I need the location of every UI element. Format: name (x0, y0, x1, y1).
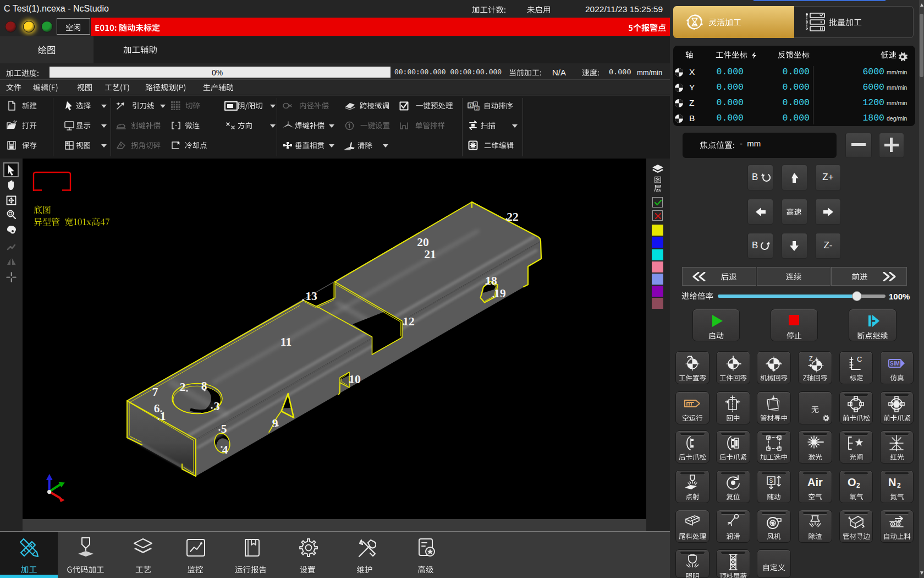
svg-text:7: 7 (152, 385, 158, 399)
svg-text:N: N (888, 476, 896, 488)
svg-text:2: 2 (897, 482, 901, 489)
svg-text:C: C (857, 355, 862, 363)
svg-text:S: S (769, 478, 773, 484)
svg-text:9: 9 (272, 417, 278, 430)
svg-text:4: 4 (222, 443, 228, 456)
svg-text:21: 21 (424, 248, 436, 261)
svg-text:12: 12 (403, 315, 415, 328)
svg-text:13: 13 (305, 290, 317, 303)
svg-text:2: 2 (475, 102, 476, 106)
svg-text:3: 3 (214, 400, 220, 413)
svg-text:6: 6 (154, 402, 160, 415)
svg-text:19: 19 (494, 287, 506, 300)
svg-text:SIM: SIM (890, 361, 900, 367)
svg-text:3: 3 (476, 107, 477, 110)
svg-text:10: 10 (349, 373, 361, 386)
svg-text:22: 22 (507, 210, 519, 223)
svg-text:Air: Air (807, 476, 823, 488)
svg-text:18: 18 (485, 274, 497, 287)
svg-text:O: O (848, 476, 856, 488)
svg-text:2: 2 (856, 482, 860, 489)
svg-text:Z: Z (809, 355, 813, 362)
svg-text:5: 5 (221, 422, 227, 435)
svg-text:11: 11 (280, 335, 292, 348)
svg-text:2: 2 (180, 380, 186, 394)
svg-text:1: 1 (470, 103, 472, 107)
svg-text:20: 20 (417, 236, 429, 249)
